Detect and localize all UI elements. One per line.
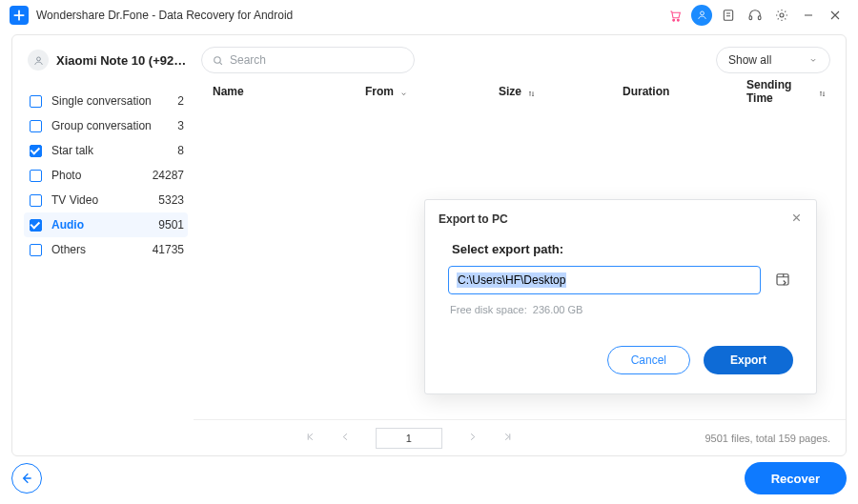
sidebar-item-label: TV Video [51, 193, 158, 207]
app-logo [10, 6, 29, 25]
column-sendtime[interactable]: Sending Time [746, 78, 827, 105]
svg-point-8 [214, 56, 221, 63]
dialog-title: Export to PC [439, 212, 508, 226]
checkbox[interactable] [30, 120, 42, 132]
user-icon[interactable] [691, 5, 712, 26]
search-icon [212, 54, 224, 67]
svg-point-2 [700, 11, 704, 15]
export-path-label: Select export path: [452, 242, 793, 256]
whatsnew-icon[interactable] [715, 2, 742, 29]
sort-icon [527, 88, 536, 96]
sidebar-item-label: Star talk [51, 144, 177, 157]
sidebar-item[interactable]: Photo24287 [30, 163, 184, 188]
minimize-button[interactable] [795, 2, 822, 29]
chevron-down-icon [399, 88, 408, 96]
browse-folder-button[interactable] [774, 271, 793, 290]
sidebar-item-label: Photo [51, 169, 153, 182]
sidebar-item[interactable]: TV Video5323 [30, 188, 184, 212]
pager: 9501 files, total 159 pages. [194, 419, 846, 455]
column-from[interactable]: From [365, 85, 499, 98]
cart-icon[interactable] [662, 2, 688, 29]
sort-icon [818, 88, 827, 96]
footer: Recover [11, 460, 847, 496]
export-path-value: C:\Users\HF\Desktop [457, 272, 566, 288]
svg-rect-5 [758, 15, 761, 19]
toolbar: Xiaomi Note 10 (+92315… Search Show all [12, 35, 846, 77]
filter-label: Show all [728, 53, 771, 67]
svg-rect-9 [777, 274, 788, 285]
export-dialog: Export to PC Select export path: C:\User… [424, 199, 817, 394]
back-button[interactable] [11, 463, 42, 494]
column-duration[interactable]: Duration [623, 85, 746, 98]
svg-point-0 [673, 19, 675, 21]
svg-point-7 [36, 56, 40, 60]
filter-dropdown[interactable]: Show all [716, 47, 830, 73]
sidebar-item-count: 9501 [158, 218, 184, 232]
svg-rect-4 [749, 15, 752, 19]
main-panel: Xiaomi Note 10 (+92315… Search Show all … [11, 34, 847, 456]
close-button[interactable] [822, 2, 848, 29]
sidebar-item[interactable]: Audio9501 [24, 212, 188, 237]
window-title: Wondershare Dr.Fone - Data Recovery for … [36, 9, 293, 22]
sidebar-item-count: 5323 [158, 193, 184, 207]
sidebar-item[interactable]: Group conversation3 [30, 113, 184, 138]
dialog-close-button[interactable] [790, 212, 803, 227]
support-icon[interactable] [742, 2, 768, 29]
checkbox[interactable] [30, 194, 42, 207]
column-name[interactable]: Name [213, 85, 365, 98]
pager-info: 9501 files, total 159 pages. [705, 433, 829, 444]
page-first-button[interactable] [305, 432, 316, 444]
sidebar-item-label: Others [51, 243, 153, 256]
checkbox[interactable] [30, 95, 42, 108]
checkbox[interactable] [30, 219, 42, 232]
svg-point-1 [677, 19, 679, 21]
page-next-button[interactable] [467, 432, 478, 444]
svg-rect-3 [724, 10, 732, 20]
content-area: Name From Size Duration Sending Time [194, 77, 846, 455]
free-space-label: Free disk space: 236.00 GB [450, 304, 793, 315]
sidebar-item[interactable]: Single conversation2 [30, 89, 184, 113]
cancel-button[interactable]: Cancel [607, 346, 690, 374]
column-headers: Name From Size Duration Sending Time [194, 77, 846, 106]
page-prev-button[interactable] [340, 432, 351, 444]
column-size[interactable]: Size [499, 85, 623, 98]
sidebar-item-count: 3 [177, 119, 184, 132]
sidebar-item-count: 24287 [153, 169, 184, 182]
sidebar-item[interactable]: Others41735 [30, 237, 184, 262]
avatar-icon [28, 50, 49, 71]
titlebar: Wondershare Dr.Fone - Data Recovery for … [0, 0, 858, 30]
export-button[interactable]: Export [704, 346, 793, 374]
sidebar-item-count: 8 [177, 144, 184, 157]
sidebar-item-label: Audio [51, 218, 158, 232]
checkbox[interactable] [30, 244, 42, 256]
sidebar-item-label: Single conversation [51, 94, 177, 108]
sidebar-item-count: 41735 [153, 243, 184, 256]
page-last-button[interactable] [502, 432, 513, 444]
chevron-down-icon [808, 55, 818, 65]
sidebar: Single conversation2Group conversation3S… [12, 77, 194, 455]
sidebar-item-count: 2 [177, 94, 184, 108]
device-selector[interactable]: Xiaomi Note 10 (+92315… [28, 50, 190, 71]
device-name: Xiaomi Note 10 (+92315… [56, 53, 190, 68]
sidebar-item-label: Group conversation [51, 119, 177, 132]
search-placeholder: Search [230, 53, 266, 67]
svg-point-6 [780, 13, 784, 17]
checkbox[interactable] [30, 145, 42, 157]
page-input[interactable] [376, 428, 442, 449]
checkbox[interactable] [30, 170, 42, 182]
recover-button[interactable]: Recover [745, 462, 847, 494]
export-path-input[interactable]: C:\Users\HF\Desktop [448, 266, 761, 294]
settings-icon[interactable] [768, 2, 795, 29]
search-input[interactable]: Search [201, 47, 415, 73]
sidebar-item[interactable]: Star talk8 [30, 138, 184, 163]
